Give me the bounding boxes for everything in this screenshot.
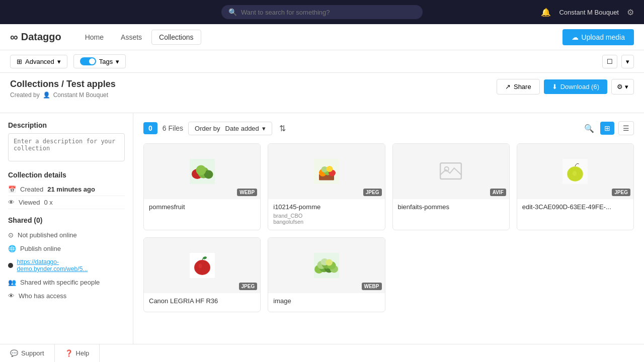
- list-view-button[interactable]: ☰: [618, 121, 634, 135]
- format-badge-3: AVIF: [490, 189, 506, 196]
- author-name: Constant M Bouquet: [53, 92, 108, 99]
- search-area: 🔍: [221, 5, 423, 19]
- nav-links: Home Assets Collections: [77, 30, 201, 45]
- filter-icon: ⊞: [17, 58, 22, 65]
- media-thumb-4: JPEG: [517, 144, 633, 199]
- nav-home[interactable]: Home: [77, 30, 111, 45]
- action-area: ↗ Share ⬇ Download (6) ⚙ ▾: [497, 79, 634, 95]
- people-icon: 👥: [8, 279, 16, 286]
- order-value: Date added: [225, 125, 259, 132]
- media-name-6: image: [273, 297, 379, 305]
- sidebar: Description Collection details 📅 Created…: [0, 113, 133, 362]
- media-card-3[interactable]: AVIF bienfaits-pommes: [392, 143, 510, 230]
- search-box[interactable]: 🔍: [221, 5, 423, 19]
- format-badge-2: JPEG: [363, 189, 382, 196]
- select-all-button[interactable]: ☐: [602, 55, 617, 68]
- logo-text: Dataggo: [21, 31, 61, 43]
- footer: 💬 Support ❓ Help: [0, 344, 644, 362]
- gear-icon[interactable]: ⚙: [627, 8, 634, 17]
- media-thumb-2: JPEG: [268, 144, 384, 199]
- calendar-icon: 📅: [8, 186, 16, 193]
- collection-settings-button[interactable]: ⚙ ▾: [611, 79, 634, 95]
- created-by-label: Created by: [10, 92, 40, 99]
- support-button[interactable]: 💬 Support: [0, 344, 55, 362]
- media-name-1: pommesfruit: [149, 203, 255, 211]
- nav-collections[interactable]: Collections: [151, 30, 201, 45]
- bell-icon[interactable]: 🔔: [541, 8, 551, 17]
- help-icon: ❓: [65, 349, 73, 357]
- description-input[interactable]: [8, 133, 125, 161]
- format-badge-6: WEBP: [362, 283, 382, 290]
- tags-button[interactable]: Tags ▾: [73, 54, 126, 68]
- shared-people-item[interactable]: 👥 Shared with specific people: [8, 276, 125, 289]
- download-label: Download (6): [560, 83, 599, 90]
- media-thumb-1: WEBP: [144, 144, 260, 199]
- who-access-item[interactable]: 👁 Who has access: [8, 289, 125, 303]
- format-badge-5: JPEG: [239, 283, 258, 290]
- svg-point-22: [198, 264, 202, 268]
- not-published-label: Not published online: [18, 231, 77, 239]
- nav-assets[interactable]: Assets: [113, 30, 149, 45]
- selected-badge: 0: [143, 122, 157, 134]
- support-icon: 💬: [10, 349, 18, 357]
- dot-icon: [8, 263, 13, 268]
- media-info-3: bienfaits-pommes: [393, 199, 509, 218]
- svg-point-4: [196, 165, 206, 175]
- shared-people-label: Shared with specific people: [20, 279, 100, 286]
- tags-toggle[interactable]: [80, 57, 96, 65]
- media-card-6[interactable]: WEBP image: [268, 237, 385, 312]
- publish-online-item[interactable]: 🌐 Publish online: [8, 242, 125, 255]
- main-area: 0 6 Files Order by Date added ▾ ⇅ 🔍 ⊞ ☰: [133, 113, 644, 362]
- share-label: Share: [514, 83, 531, 90]
- media-grid: WEBP pommesfruit: [143, 143, 634, 312]
- settings-icon: ⚙: [617, 83, 623, 90]
- not-published-item: ⊙ Not published online: [8, 228, 125, 242]
- circle-icon: ⊙: [8, 231, 14, 239]
- tags-label: Tags: [99, 58, 113, 65]
- search-icon2: 🔍: [584, 124, 594, 133]
- page-title: Collections / Test apples: [10, 79, 116, 89]
- upload-label: Upload media: [582, 33, 625, 41]
- order-label: Order by: [195, 125, 220, 132]
- top-bar: 🔍 🔔 Constant M Bouquet ⚙: [0, 0, 644, 24]
- help-label: Help: [76, 349, 90, 357]
- media-card-5[interactable]: JPEG Canon LEGRIA HF R36: [143, 237, 261, 312]
- advanced-label: Advanced: [25, 58, 54, 65]
- media-card-1[interactable]: WEBP pommesfruit: [143, 143, 261, 230]
- media-tag-2b: bangolufsen: [273, 219, 379, 225]
- help-button[interactable]: ❓ Help: [55, 344, 100, 362]
- media-card-2[interactable]: JPEG i102145-pomme brand_CBO bangolufsen: [268, 143, 385, 230]
- search-input[interactable]: [241, 9, 416, 16]
- chevron-down-icon: ▾: [57, 58, 61, 65]
- page-content: Description Collection details 📅 Created…: [0, 113, 644, 362]
- username-label: Constant M Bouquet: [559, 9, 619, 16]
- toolbar-right: ☐ ▾: [602, 55, 634, 68]
- search-icon: 🔍: [228, 8, 237, 16]
- shared-section: Shared (0) ⊙ Not published online 🌐 Publ…: [8, 216, 125, 303]
- search-media-button[interactable]: 🔍: [582, 122, 596, 135]
- share-link[interactable]: https://dataggo-demo.bynder.com/web/5...: [17, 258, 125, 273]
- created-detail: 📅 Created 21 minutes ago: [8, 183, 125, 196]
- grid-view-button[interactable]: ⊞: [600, 122, 614, 135]
- sort-icon: ⇅: [279, 124, 286, 133]
- share-icon: ↗: [505, 83, 511, 90]
- share-link-item[interactable]: https://dataggo-demo.bynder.com/web/5...: [8, 255, 125, 276]
- filter-bar: 0 6 Files Order by Date added ▾ ⇅ 🔍 ⊞ ☰: [143, 121, 634, 135]
- download-button[interactable]: ⬇ Download (6): [544, 79, 607, 94]
- viewed-detail: 👁 Viewed 0 x: [8, 196, 125, 209]
- sort-order-button[interactable]: ⇅: [277, 122, 288, 135]
- files-count: 6 Files: [163, 124, 183, 132]
- svg-point-11: [326, 166, 333, 172]
- description-section-title: Description: [8, 121, 125, 129]
- media-name-5: Canon LEGRIA HF R36: [149, 297, 255, 305]
- order-select[interactable]: Order by Date added ▾: [188, 122, 272, 135]
- more-options-button[interactable]: ▾: [621, 55, 634, 68]
- logo: ∞ Dataggo: [10, 31, 61, 44]
- logo-icon: ∞: [10, 31, 18, 44]
- filter-right: 🔍 ⊞ ☰: [582, 121, 634, 135]
- media-card-4[interactable]: JPEG edit-3CAE090D-63EE-49FE-...: [517, 143, 634, 230]
- advanced-button[interactable]: ⊞ Advanced ▾: [10, 55, 67, 68]
- upload-media-button[interactable]: ☁ Upload media: [562, 29, 634, 45]
- who-access-label: Who has access: [19, 292, 66, 300]
- share-button[interactable]: ↗ Share: [497, 79, 540, 95]
